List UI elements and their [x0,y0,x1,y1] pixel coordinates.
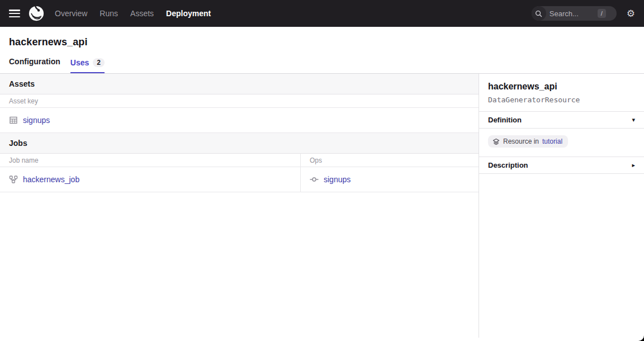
op-link-signups[interactable]: signups [324,175,351,184]
jobs-section-header: Jobs [0,133,479,154]
content-area: Assets Asset key signups Jobs Job name O… [0,74,644,338]
search-icon [532,6,546,21]
definition-label: Definition [488,116,522,124]
assets-column-header-row: Asset key [0,94,479,108]
hamburger-menu-icon[interactable] [9,10,20,17]
resource-title: hackernews_api [488,82,635,92]
top-nav: Overview Runs Assets Deployment / ⚙ [0,0,644,27]
asset-table-icon [9,116,18,125]
job-graph-icon [9,175,18,184]
chevron-right-icon: ▸ [632,162,635,169]
description-label: Description [488,161,528,169]
asset-link-signups[interactable]: signups [23,116,50,125]
search-box[interactable]: / [532,6,617,21]
tab-uses[interactable]: Uses 2 [70,54,105,73]
asset-row[interactable]: signups [0,108,479,133]
page-header: hackernews_api [0,27,644,50]
search-input[interactable] [546,10,598,18]
dagster-logo-icon[interactable] [28,5,45,22]
tab-uses-count-badge: 2 [93,58,105,67]
tag-prefix: Resource in [503,138,539,145]
tab-bar: Configuration Uses 2 [0,50,644,74]
tag-location-link[interactable]: tutorial [542,138,562,145]
jobs-column-header-row: Job name Ops [0,154,479,167]
search-shortcut-badge: / [598,9,606,18]
nav-item-deployment[interactable]: Deployment [166,9,211,18]
window-corner [638,335,644,341]
tab-configuration[interactable]: Configuration [9,53,60,73]
nav-item-assets[interactable]: Assets [130,9,154,18]
tab-configuration-label: Configuration [9,57,60,66]
definition-section-toggle[interactable]: Definition ▾ [479,111,644,128]
uses-panel: Assets Asset key signups Jobs Job name O… [0,74,479,338]
chevron-down-icon: ▾ [632,116,635,124]
resource-type: DataGeneratorResource [488,96,635,104]
assets-section-header: Assets [0,74,479,94]
resource-header: hackernews_api DataGeneratorResource [479,74,644,111]
asset-key-column-header: Asset key [0,94,479,107]
definition-section-body: Resource in tutorial [479,128,644,157]
job-row[interactable]: hackernews_job signups [0,167,479,192]
description-section-toggle[interactable]: Description ▸ [479,157,644,174]
nav-item-runs[interactable]: Runs [100,9,118,18]
tab-uses-label: Uses [70,58,89,67]
layers-icon [493,138,500,145]
nav-item-overview[interactable]: Overview [55,9,87,18]
dagster-app: Overview Runs Assets Deployment / ⚙ hack… [0,0,644,341]
job-name-column-header: Job name [0,154,301,167]
job-link-hackernews-job[interactable]: hackernews_job [23,175,79,184]
resource-detail-panel: hackernews_api DataGeneratorResource Def… [479,74,644,338]
gear-icon[interactable]: ⚙ [627,9,635,18]
resource-location-tag[interactable]: Resource in tutorial [488,135,568,148]
ops-column-header: Ops [301,154,479,167]
primary-nav: Overview Runs Assets Deployment [55,9,211,18]
op-icon [310,175,319,184]
page-title: hackernews_api [9,36,635,48]
